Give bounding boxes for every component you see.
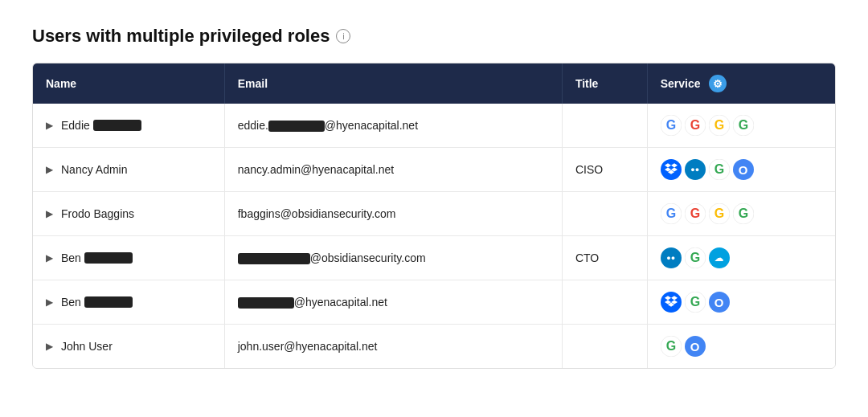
dropbox-icon — [661, 292, 682, 313]
name-cell: ▶ Ben — [33, 280, 224, 325]
svg-text:G: G — [665, 339, 675, 353]
name-cell: ▶ John User — [33, 325, 224, 369]
svg-text:G: G — [690, 295, 699, 309]
redacted-name — [93, 120, 141, 131]
service-cell: ●● G ☁ — [647, 236, 835, 280]
redacted-email — [238, 297, 294, 309]
email-cell: fbaggins@obsidiansecurity.com — [224, 192, 562, 236]
page-title: Users with multiple privileged roles — [32, 26, 330, 47]
google-icon: G — [733, 203, 754, 224]
google-drive-icon: O — [733, 159, 754, 180]
user-name: Ben — [61, 251, 81, 264]
table-header-row: Name Email Title Service ⚙ — [33, 63, 835, 104]
redacted-name — [84, 252, 133, 264]
users-table: Name Email Title Service ⚙ ▶ Eddie — [32, 63, 836, 369]
user-name: Eddie — [61, 119, 90, 132]
col-name: Name — [33, 63, 224, 104]
svg-text:G: G — [714, 118, 723, 132]
service-cell: G O — [647, 280, 835, 325]
settings-gear-icon[interactable]: ⚙ — [709, 75, 727, 92]
email-cell: john.user@hyenacapital.net — [224, 325, 562, 369]
okta-icon: ●● — [661, 247, 682, 268]
title-cell: CTO — [562, 236, 647, 280]
google-icon: G — [661, 336, 682, 357]
user-name: Nancy Admin — [61, 163, 127, 176]
user-name: John User — [61, 340, 113, 353]
title-cell — [562, 325, 647, 369]
email-cell: nancy.admin@hyenacapital.net — [224, 148, 562, 192]
table-row: ▶ John User john.user@hyenacapital.net G… — [33, 325, 835, 369]
email-cell: eddie.@hyenacapital.net — [224, 104, 562, 148]
title-cell: CISO — [562, 148, 647, 192]
google-drive-icon: O — [685, 336, 706, 357]
svg-text:G: G — [714, 162, 723, 176]
google-icon: G — [709, 115, 730, 136]
svg-text:G: G — [690, 206, 699, 220]
dropbox-icon — [661, 159, 682, 180]
google-icon: G — [685, 203, 706, 224]
table-row: ▶ Ben @hyenacapital.net — [33, 280, 835, 325]
col-service-label: Service — [661, 77, 701, 90]
google-icon: G — [685, 247, 706, 268]
service-cell: G O — [647, 325, 835, 369]
svg-text:G: G — [738, 206, 747, 220]
expand-arrow[interactable]: ▶ — [46, 252, 53, 264]
col-title: Title — [562, 63, 647, 104]
name-cell: ▶ Frodo Baggins — [33, 192, 224, 236]
expand-arrow[interactable]: ▶ — [46, 208, 53, 219]
expand-arrow[interactable]: ▶ — [46, 296, 53, 308]
google-drive-icon: O — [709, 292, 730, 313]
service-cell: ●● G O — [647, 148, 835, 192]
redacted-email — [238, 253, 310, 264]
table-row: ▶ Eddie eddie.@hyenacapital.net G G G G — [33, 104, 835, 148]
svg-text:G: G — [690, 251, 699, 264]
info-icon[interactable]: i — [336, 29, 350, 43]
user-name: Ben — [61, 296, 81, 309]
name-cell: ▶ Nancy Admin — [33, 148, 224, 192]
google-icon: G — [685, 292, 706, 313]
google-icon: G — [661, 203, 682, 224]
svg-text:G: G — [665, 206, 675, 220]
google-icon: G — [709, 159, 730, 180]
redacted-name — [84, 296, 133, 308]
expand-arrow[interactable]: ▶ — [46, 341, 53, 352]
svg-text:G: G — [714, 206, 723, 220]
table-row: ▶ Frodo Baggins fbaggins@obsidiansecurit… — [33, 192, 835, 236]
svg-text:G: G — [665, 118, 675, 132]
svg-text:G: G — [690, 118, 699, 132]
google-icon: G — [709, 203, 730, 224]
redacted-email — [268, 121, 325, 132]
table-row: ▶ Ben @obsidiansecurity.com CTO ●● G — [33, 236, 835, 280]
col-email: Email — [224, 63, 562, 104]
email-cell: @hyenacapital.net — [224, 280, 562, 325]
name-cell: ▶ Eddie — [33, 104, 224, 148]
service-cell: G G G G — [647, 192, 835, 236]
expand-arrow[interactable]: ▶ — [46, 120, 53, 131]
svg-text:G: G — [738, 118, 747, 132]
col-service: Service ⚙ — [647, 63, 835, 104]
salesforce-icon: ☁ — [709, 247, 730, 268]
title-cell — [562, 280, 647, 325]
user-name: Frodo Baggins — [61, 207, 134, 220]
google-icon: G — [661, 115, 682, 136]
google-icon: G — [733, 115, 754, 136]
title-cell — [562, 192, 647, 236]
name-cell: ▶ Ben — [33, 236, 224, 280]
email-cell: @obsidiansecurity.com — [224, 236, 562, 280]
google-icon: G — [685, 115, 706, 136]
okta-icon: ●● — [685, 159, 706, 180]
title-cell — [562, 104, 647, 148]
service-cell: G G G G — [647, 104, 835, 148]
table-row: ▶ Nancy Admin nancy.admin@hyenacapital.n… — [33, 148, 835, 192]
expand-arrow[interactable]: ▶ — [46, 164, 53, 175]
